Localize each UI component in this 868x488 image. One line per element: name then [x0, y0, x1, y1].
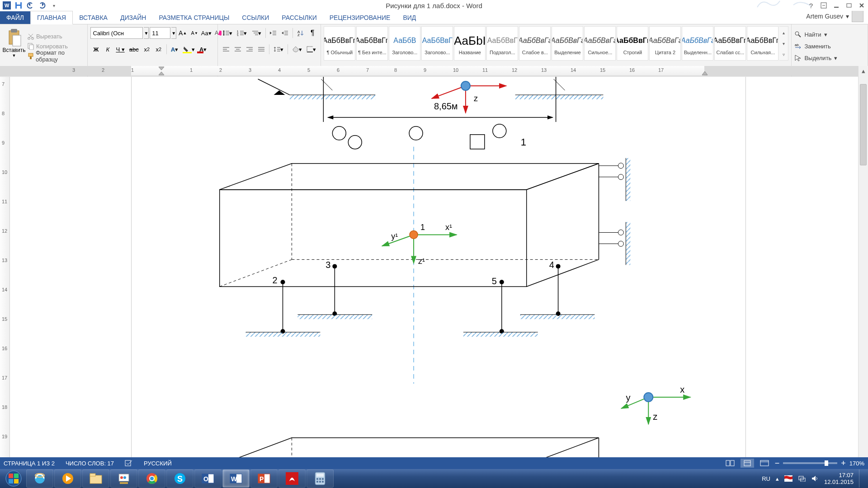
tab-review[interactable]: РЕЦЕНЗИРОВАНИЕ — [323, 11, 397, 24]
style-9[interactable]: АаБбВвГг,Строгий — [617, 26, 648, 61]
scroll-up-icon[interactable]: ▴ — [859, 66, 868, 76]
borders-icon[interactable]: ▾ — [305, 44, 318, 55]
indent-icon[interactable] — [279, 28, 290, 38]
taskbar-outlook[interactable]: O — [194, 469, 222, 488]
font-size-dropdown-icon[interactable]: ▼ — [171, 27, 176, 39]
font-name-dropdown-icon[interactable]: ▼ — [144, 27, 149, 39]
sort-icon[interactable]: AZ — [295, 28, 306, 38]
superscript-icon[interactable]: x2 — [153, 44, 164, 55]
ruler-vertical[interactable]: 78910111213141516171819 — [0, 77, 10, 476]
replace-button[interactable]: abЗаменить — [794, 41, 865, 52]
style-0[interactable]: АаБбВвГг,¶ Обычный — [324, 26, 355, 61]
indent-marker[interactable] — [158, 66, 165, 75]
underline-icon[interactable]: Ч ▾ — [114, 44, 126, 55]
style-8[interactable]: АаБбВвГгСильное... — [584, 26, 616, 61]
zoom-in-icon[interactable]: + — [841, 459, 846, 468]
taskbar-calc[interactable] — [307, 469, 334, 488]
find-button[interactable]: Найти ▾ — [794, 29, 865, 40]
taskbar-ie[interactable] — [26, 469, 53, 488]
status-page[interactable]: СТРАНИЦА 1 ИЗ 2 — [4, 460, 55, 467]
tray-network-icon[interactable] — [798, 475, 806, 482]
status-proofing-icon[interactable] — [125, 460, 133, 467]
tray-clock[interactable]: 17:07 12.01.2015 — [824, 472, 854, 485]
tray-lang[interactable]: RU — [762, 475, 770, 482]
tab-home[interactable]: ГЛАВНАЯ — [30, 11, 73, 24]
text-effects-icon[interactable]: A▾ — [169, 44, 180, 55]
show-marks-icon[interactable]: ¶ — [307, 28, 318, 38]
ruler-horizontal[interactable]: 3211234567891011121314151617 — [0, 66, 858, 76]
style-5[interactable]: АаБбВвГПодзагол... — [486, 26, 518, 61]
taskbar-paint[interactable] — [110, 469, 137, 488]
tab-insert[interactable]: ВСТАВКА — [73, 11, 114, 24]
style-1[interactable]: АаБбВвГг,¶ Без инте... — [356, 26, 388, 61]
style-6[interactable]: АаБбВвГгСлабое в... — [519, 26, 551, 61]
tray-flag-icon[interactable] — [784, 475, 793, 482]
status-language[interactable]: РУССКИЙ — [144, 460, 172, 467]
styles-more-button[interactable]: ▴▾▿ — [779, 26, 788, 61]
ribbon-options-icon[interactable] — [818, 0, 829, 10]
taskbar-media[interactable] — [54, 469, 81, 488]
bold-icon[interactable]: Ж — [90, 44, 101, 55]
shrink-font-icon[interactable]: A▼ — [189, 28, 200, 38]
numbering-icon[interactable]: 123▾ — [235, 28, 249, 38]
scroll-thumb[interactable] — [860, 84, 867, 165]
styles-gallery[interactable]: АаБбВвГг,¶ ОбычныйАаБбВвГг,¶ Без инте...… — [324, 26, 788, 61]
taskbar-skype[interactable]: S — [166, 469, 193, 488]
italic-icon[interactable]: К — [102, 44, 113, 55]
tab-design[interactable]: ДИЗАЙН — [114, 11, 153, 24]
change-case-icon[interactable]: Aa▾ — [201, 28, 212, 38]
close-icon[interactable] — [856, 0, 867, 10]
style-7[interactable]: АаБбВвГгВыделение — [552, 26, 583, 61]
align-left-icon[interactable] — [221, 44, 231, 55]
font-name-input[interactable] — [90, 27, 143, 39]
status-words[interactable]: ЧИСЛО СЛОВ: 17 — [66, 460, 114, 467]
view-read-icon[interactable] — [723, 459, 737, 468]
zoom-value[interactable]: 170% — [849, 460, 864, 467]
qat-dropdown-icon[interactable]: ▾ — [49, 0, 59, 10]
tray-volume-icon[interactable] — [811, 475, 819, 482]
taskbar-acrobat[interactable] — [278, 469, 306, 488]
tray-show-hidden-icon[interactable]: ▴ — [776, 475, 779, 482]
shading-icon[interactable]: ▾ — [290, 44, 304, 55]
outdent-icon[interactable] — [268, 28, 278, 38]
style-13[interactable]: АаБбВвГг,Сильная... — [747, 26, 778, 61]
line-spacing-icon[interactable]: ▾ — [272, 44, 285, 55]
style-12[interactable]: АаБбВвГг,Слабая сс... — [714, 26, 746, 61]
view-print-icon[interactable] — [741, 459, 754, 468]
strike-icon[interactable]: abc — [127, 44, 141, 55]
bullets-icon[interactable]: ▾ — [221, 28, 234, 38]
justify-icon[interactable] — [256, 44, 267, 55]
align-right-icon[interactable] — [244, 44, 255, 55]
view-web-icon[interactable] — [758, 459, 771, 468]
minimize-icon[interactable] — [831, 0, 842, 10]
select-button[interactable]: Выделить ▾ — [794, 52, 865, 63]
account-name[interactable]: Artem Gusev ▾ — [802, 9, 868, 24]
indent-marker-right[interactable] — [702, 71, 708, 75]
taskbar-explorer[interactable] — [82, 469, 109, 488]
start-button[interactable] — [2, 469, 25, 488]
font-color-icon[interactable]: A▾ — [198, 44, 208, 55]
tab-references[interactable]: ССЫЛКИ — [236, 11, 275, 24]
subscript-icon[interactable]: x2 — [142, 44, 152, 55]
tab-layout[interactable]: РАЗМЕТКА СТРАНИЦЫ — [152, 11, 236, 24]
help-icon[interactable]: ? — [806, 0, 816, 10]
multilevel-icon[interactable]: ▾ — [250, 28, 263, 38]
format-painter-button[interactable]: Формат по образцу — [27, 51, 85, 61]
taskbar-word[interactable]: W — [222, 469, 250, 488]
redo-icon[interactable] — [37, 0, 47, 10]
document-page[interactable]: z 8,65м 1 — [131, 77, 746, 476]
tab-file[interactable]: ФАЙЛ — [0, 11, 30, 24]
save-icon[interactable] — [14, 0, 24, 10]
cut-button[interactable]: Вырезать — [27, 31, 85, 41]
style-4[interactable]: АаБbIНазвание — [454, 26, 486, 61]
taskbar-powerpoint[interactable]: P — [250, 469, 278, 488]
grow-font-icon[interactable]: A▲ — [177, 28, 188, 38]
undo-icon[interactable] — [25, 0, 35, 10]
tab-view[interactable]: ВИД — [396, 11, 422, 24]
scrollbar-vertical[interactable]: ▴ ▾ — [858, 66, 868, 476]
style-2[interactable]: АаБбВЗаголово... — [389, 26, 420, 61]
align-center-icon[interactable] — [232, 44, 243, 55]
taskbar-chrome[interactable] — [138, 469, 165, 488]
highlight-icon[interactable]: ▾ — [181, 44, 197, 55]
zoom-out-icon[interactable]: − — [775, 459, 780, 468]
